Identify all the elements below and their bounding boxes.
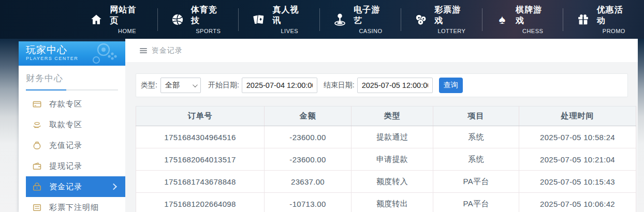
nav-label-en: HOME [118, 28, 136, 34]
nav-item-sports[interactable]: 体育竞技 SPORTS [158, 5, 239, 34]
cell-time: 2025-07-05 10:06:42 [519, 193, 636, 212]
cell-project: 系统 [433, 126, 519, 148]
table-row: 1751681743678848 23637.00 额度转入 PA平台 2025… [136, 171, 636, 193]
cell-type: 申请提款 [352, 148, 433, 171]
nav-label-en: SPORTS [196, 28, 221, 34]
nav-label-zh: 真人视讯 [272, 5, 306, 26]
cell-order-no: 1751684304964516 [136, 126, 265, 148]
lottery-balls-icon [414, 12, 428, 26]
cell-time: 2025-07-05 10:21:04 [519, 148, 636, 171]
sidebar-item-label: 取款专区 [49, 120, 82, 130]
deposit-card-icon [33, 100, 41, 109]
sidebar-item-funds-records[interactable]: 资金记录 [26, 176, 125, 197]
start-date-label: 开始日期: [208, 81, 239, 90]
end-date-input[interactable] [357, 78, 433, 93]
sidebar-divider [26, 89, 118, 90]
sidebar-item-label: 提现记录 [49, 161, 82, 171]
cell-time: 2025-07-05 10:58:24 [519, 126, 636, 148]
main-content: 资金记录 类型: 全部 开始日期: 结束日期: 查询 订单号 金额 类型 项 [125, 39, 638, 212]
cell-project: PA平台 [433, 193, 519, 212]
top-navigation: 网站首页 HOME 体育竞技 SPORTS 真人视讯 LIVES [0, 0, 644, 39]
sidebar-item-withdraw-zone[interactable]: 取款专区 [26, 114, 125, 135]
cell-amount: -23600.00 [265, 148, 352, 171]
cell-type: 额度转入 [352, 171, 433, 193]
nav-item-chess[interactable]: ♠ 棋牌游戏 CHESS [482, 5, 563, 34]
table-row: 1751682064013517 -23600.00 申请提款 系统 2025-… [136, 148, 636, 171]
nav-label-zh: 彩票游戏 [434, 5, 469, 26]
gift-icon [576, 12, 590, 26]
cell-type: 额度转出 [352, 193, 433, 212]
home-icon [90, 12, 103, 26]
betting-list-icon [33, 203, 41, 212]
cell-order-no: 1751681202664098 [136, 193, 265, 212]
page-title: 资金记录 [152, 46, 183, 55]
sidebar-players-center: 玩家中心 PLAYERS CENTER 财务中心 存款专区 取款 [19, 41, 125, 212]
column-header-order-no: 订单号 [136, 107, 265, 126]
spade-icon: ♠ [495, 12, 509, 26]
joystick-icon [333, 12, 347, 26]
end-date-label: 结束日期: [324, 81, 355, 90]
table-row: 1751684304964516 -23600.00 提款通过 系统 2025-… [136, 126, 636, 148]
nav-item-promo[interactable]: 优惠活动 PROMO [563, 5, 644, 34]
nav-label-en: CHESS [522, 28, 543, 34]
content-area: 类型: 全部 开始日期: 结束日期: 查询 订单号 金额 类型 项目 处理时间 [125, 62, 638, 212]
sidebar-menu: 存款专区 取款专区 充值记录 提现记录 资金记录 [19, 94, 125, 212]
nav-item-lives[interactable]: 真人视讯 LIVES [239, 5, 319, 34]
table-row: 1751681202664098 -10713.00 额度转出 PA平台 202… [136, 193, 636, 212]
sidebar-item-lottery-bet-details[interactable]: 彩票下注明细 [26, 197, 125, 212]
sidebar-item-label: 充值记录 [49, 141, 82, 150]
cell-order-no: 1751682064013517 [136, 148, 265, 171]
cell-amount: -23600.00 [265, 126, 352, 148]
nav-label-zh: 体育竞技 [191, 5, 225, 26]
sidebar-item-label: 存款专区 [49, 99, 82, 109]
cell-project: PA平台 [433, 171, 519, 193]
nav-label-zh: 棋牌游戏 [516, 5, 550, 26]
sidebar-section-title: 财务中心 [26, 72, 118, 84]
moneybag-icon [33, 141, 41, 150]
cell-order-no: 1751681743678848 [136, 171, 265, 193]
breadcrumb: 资金记录 [125, 39, 638, 62]
sidebar-header: 玩家中心 PLAYERS CENTER [19, 41, 125, 66]
chevron-down-icon [193, 82, 198, 87]
nav-label-en: PROMO [603, 28, 625, 34]
sidebar-item-deposit-zone[interactable]: 存款专区 [26, 94, 125, 114]
basketball-icon [171, 12, 184, 26]
cell-type: 提款通过 [352, 126, 433, 148]
nav-item-home[interactable]: 网站首页 HOME [77, 5, 157, 34]
sidebar-item-recharge-records[interactable]: 充值记录 [26, 135, 125, 156]
search-button[interactable]: 查询 [439, 78, 463, 93]
filter-panel: 类型: 全部 开始日期: 结束日期: 查询 [136, 73, 628, 97]
purse-icon [33, 183, 41, 191]
sidebar-item-withdrawal-records[interactable]: 提现记录 [26, 156, 125, 176]
nav-label-zh: 电子游艺 [354, 5, 388, 26]
nav-label-en: LOTTERY [437, 28, 465, 34]
sidebar-item-label: 彩票下注明细 [49, 203, 99, 212]
table-header-row: 订单号 金额 类型 项目 处理时间 [136, 107, 636, 126]
cell-time: 2025-07-05 10:15:43 [519, 171, 636, 193]
menu-toggle-icon[interactable] [140, 48, 147, 53]
nav-item-casino[interactable]: 电子游艺 CASINO [320, 5, 401, 34]
nav-item-lottery[interactable]: 彩票游戏 LOTTERY [401, 5, 482, 34]
cell-amount: 23637.00 [265, 171, 352, 193]
funds-records-table: 订单号 金额 类型 项目 处理时间 1751684304964516 -2360… [136, 106, 636, 212]
start-date-input[interactable] [242, 78, 317, 93]
wallet-icon [33, 162, 41, 171]
column-header-time: 处理时间 [519, 107, 636, 126]
nav-label-zh: 网站首页 [110, 5, 144, 26]
sidebar-item-label: 资金记录 [49, 182, 82, 192]
column-header-type: 类型 [352, 107, 433, 126]
column-header-project: 项目 [433, 107, 519, 126]
nav-label-en: LIVES [281, 28, 298, 34]
cell-project: 系统 [433, 148, 519, 171]
withdraw-hand-icon [33, 120, 41, 129]
type-label: 类型: [141, 81, 157, 90]
nav-label-zh: 优惠活动 [597, 5, 631, 26]
type-select-value: 全部 [165, 81, 180, 90]
cell-amount: -10713.00 [265, 193, 352, 212]
cards-icon [252, 12, 266, 26]
column-header-amount: 金额 [265, 107, 352, 126]
nav-label-en: CASINO [359, 28, 382, 34]
type-select[interactable]: 全部 [160, 78, 201, 93]
gamepad-watermark-icon [88, 42, 122, 66]
chevron-right-icon [110, 184, 117, 190]
